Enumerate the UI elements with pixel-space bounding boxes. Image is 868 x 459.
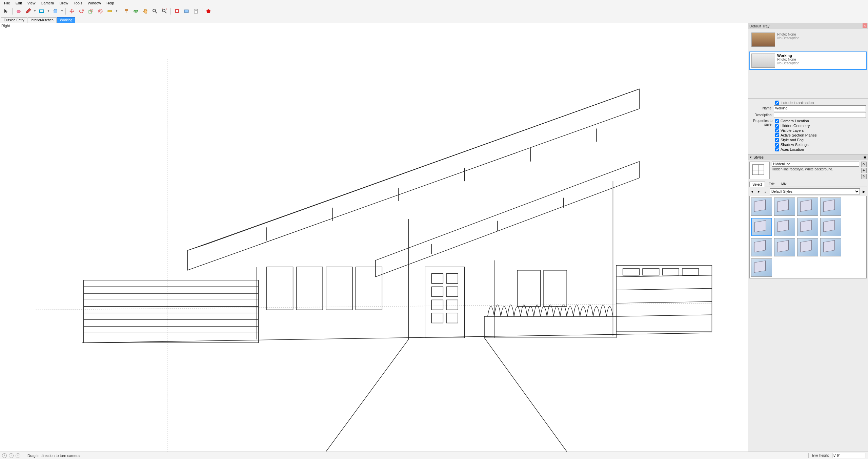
name-field[interactable] xyxy=(774,105,866,111)
tape-dropdown-icon[interactable]: ▼ xyxy=(115,7,118,15)
user-icon[interactable]: ☺ xyxy=(16,453,20,458)
style-swatch[interactable] xyxy=(820,197,841,216)
prop-style-checkbox[interactable] xyxy=(775,138,779,142)
pan-tool-icon[interactable] xyxy=(141,7,149,15)
scene-tab-interior-kitchen[interactable]: Interior/Kitchen xyxy=(28,17,57,23)
current-style-name[interactable]: HiddenLine xyxy=(772,162,859,167)
menu-file[interactable]: File xyxy=(1,1,13,5)
select-tool-icon[interactable] xyxy=(2,7,10,15)
svg-point-13 xyxy=(162,9,165,12)
help-icon[interactable]: ? xyxy=(2,453,7,458)
scene-photo-label: Photo: None xyxy=(777,33,865,36)
svg-rect-1 xyxy=(40,10,44,13)
description-field[interactable] xyxy=(774,112,866,118)
tray-close-icon[interactable]: ✕ xyxy=(863,23,867,28)
prop-shadow-checkbox[interactable] xyxy=(775,143,779,147)
zoom-extents-tool-icon[interactable] xyxy=(160,7,168,15)
prop-section-checkbox[interactable] xyxy=(775,133,779,137)
style-swatch[interactable] xyxy=(751,238,772,256)
style-swatch[interactable] xyxy=(820,238,841,256)
prop-axes-checkbox[interactable] xyxy=(775,147,779,151)
scene-tab-outside-entry[interactable]: Outside Entry xyxy=(1,17,27,23)
style-swatch[interactable] xyxy=(751,197,772,216)
scene-card[interactable]: Photo: None No Description xyxy=(749,30,867,49)
nav-details-icon[interactable]: ▶ xyxy=(861,189,867,194)
menu-draw[interactable]: Draw xyxy=(57,1,71,5)
svg-rect-55 xyxy=(446,300,458,310)
scene-card-selected[interactable]: Working Photo: None No Description xyxy=(749,51,867,70)
vcb-input[interactable] xyxy=(832,453,866,458)
style-swatch[interactable] xyxy=(797,218,818,236)
style-swatch[interactable] xyxy=(751,218,772,236)
style-collection-select[interactable]: Default Styles xyxy=(770,188,860,194)
scene-tab-working[interactable]: Working xyxy=(57,17,76,23)
paint-tool-icon[interactable] xyxy=(122,7,130,15)
svg-rect-50 xyxy=(431,274,443,284)
pushpull-tool-icon[interactable] xyxy=(51,7,59,15)
menu-edit[interactable]: Edit xyxy=(13,1,25,5)
rectangle-tool-icon[interactable] xyxy=(38,7,46,15)
prop-hidden-checkbox[interactable] xyxy=(775,124,779,128)
prop-camera-checkbox[interactable] xyxy=(775,119,779,123)
style-tab-mix[interactable]: Mix xyxy=(778,181,790,187)
style-update-icon[interactable]: ⟳ xyxy=(861,162,867,167)
eraser-tool-icon[interactable] xyxy=(15,7,23,15)
style-create-icon[interactable]: ✚ xyxy=(861,168,867,173)
styles-panel-header[interactable]: ▼ Styles ▣ xyxy=(748,154,868,160)
svg-rect-59 xyxy=(544,270,567,307)
tray-header[interactable]: Default Tray ✕ xyxy=(748,23,868,29)
menu-view[interactable]: View xyxy=(25,1,38,5)
style-refresh-icon[interactable]: ↻ xyxy=(861,174,867,179)
pushpull-dropdown-icon[interactable]: ▼ xyxy=(61,7,63,15)
pencil-dropdown-icon[interactable]: ▼ xyxy=(34,7,36,15)
style-swatch[interactable] xyxy=(774,197,795,216)
tape-tool-icon[interactable] xyxy=(106,7,114,15)
extension-tool-icon[interactable] xyxy=(182,7,190,15)
viewport-label: Right xyxy=(1,24,10,28)
viewport[interactable]: Right xyxy=(0,23,748,452)
svg-line-35 xyxy=(82,333,712,343)
scale-tool-icon[interactable] xyxy=(87,7,95,15)
menu-camera[interactable]: Camera xyxy=(38,1,57,5)
style-swatch[interactable] xyxy=(774,238,795,256)
style-swatch[interactable] xyxy=(797,197,818,216)
style-swatch[interactable] xyxy=(774,218,795,236)
style-tab-edit[interactable]: Edit xyxy=(766,181,778,187)
offset-tool-icon[interactable] xyxy=(96,7,104,15)
menu-tools[interactable]: Tools xyxy=(71,1,85,5)
scene-thumb-icon xyxy=(751,54,775,68)
style-tab-select[interactable]: Select xyxy=(749,182,765,187)
style-swatch[interactable] xyxy=(820,218,841,236)
prop-section-label: Active Section Planes xyxy=(781,133,816,137)
toolbar-separator xyxy=(65,8,66,15)
nav-home-icon[interactable]: ⌂ xyxy=(763,189,768,194)
svg-rect-19 xyxy=(195,10,197,11)
description-field-label: Description: xyxy=(750,113,774,117)
nav-back-icon[interactable]: ◄ xyxy=(749,189,755,194)
pencil-tool-icon[interactable] xyxy=(24,7,32,15)
prop-camera-label: Camera Location xyxy=(781,119,809,123)
prop-shadow-label: Shadow Settings xyxy=(781,143,809,147)
prop-layers-checkbox[interactable] xyxy=(775,128,779,132)
scene-desc-label: No Description xyxy=(777,36,865,40)
info-icon[interactable]: i xyxy=(9,453,14,458)
layout-tool-icon[interactable] xyxy=(192,7,200,15)
vcb-label: Eye Height xyxy=(812,454,829,457)
style-swatch[interactable] xyxy=(751,258,772,277)
menu-help[interactable]: Help xyxy=(104,1,117,5)
move-tool-icon[interactable] xyxy=(68,7,76,15)
include-animation-checkbox[interactable] xyxy=(775,101,779,105)
ruby-tool-icon[interactable] xyxy=(204,7,213,15)
panel-menu-icon[interactable]: ▣ xyxy=(864,155,867,159)
shape-dropdown-icon[interactable]: ▼ xyxy=(47,7,50,15)
scene-name-label: Working xyxy=(777,54,865,58)
svg-point-7 xyxy=(99,10,101,12)
orbit-tool-icon[interactable] xyxy=(132,7,140,15)
nav-fwd-icon[interactable]: ► xyxy=(756,189,762,194)
warehouse-tool-icon[interactable] xyxy=(173,7,181,15)
rotate-tool-icon[interactable] xyxy=(77,7,85,15)
style-swatch[interactable] xyxy=(797,238,818,256)
svg-rect-67 xyxy=(662,269,679,275)
menu-window[interactable]: Window xyxy=(85,1,104,5)
zoom-tool-icon[interactable] xyxy=(151,7,159,15)
